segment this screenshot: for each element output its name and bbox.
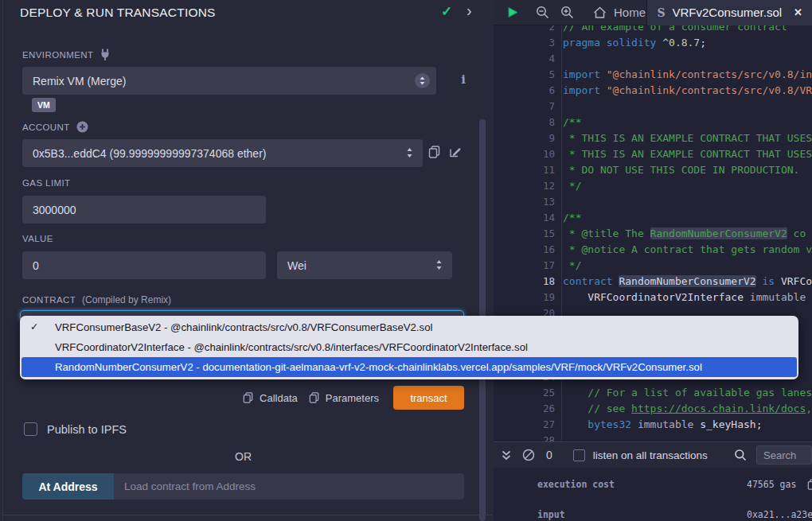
code-text: /**	[555, 115, 581, 130]
line-number: 17	[494, 258, 555, 274]
code-text: * DO NOT USE THIS CODE IN PRODUCTION.	[555, 162, 799, 178]
select-arrows-icon	[415, 73, 430, 88]
transact-button[interactable]: transact	[393, 386, 464, 410]
code-text: // see https://docs.chain.link/docs,	[555, 401, 812, 417]
select-arrows-icon	[406, 147, 413, 158]
panel-divider	[2, 515, 492, 515]
gas-limit-label: GAS LIMIT	[22, 178, 70, 188]
calldata-button[interactable]: Calldata	[243, 392, 298, 404]
environment-select[interactable]: Remix VM (Merge)	[22, 67, 436, 95]
line-number: 9	[494, 130, 555, 146]
panel-collapse-chevron-icon[interactable]: ›	[467, 2, 472, 20]
close-tab-icon[interactable]: ✕	[794, 6, 802, 18]
terminal-detail-row: input0xa21...a23e4	[537, 500, 812, 521]
copy-icon[interactable]	[807, 479, 812, 490]
vm-badge: VM	[32, 98, 56, 112]
code-text: * @title The RandomNumberConsumerV2 co	[555, 226, 806, 242]
code-line: 26 // see https://docs.chain.link/docs,	[494, 401, 812, 417]
line-number: 8	[494, 115, 555, 130]
code-text: */	[555, 178, 581, 194]
line-number: 16	[494, 242, 555, 258]
code-text: /**	[555, 210, 581, 226]
solidity-file-icon: S	[657, 6, 665, 19]
listen-all-transactions-checkbox[interactable]	[573, 449, 585, 461]
environment-value: Remix VM (Merge)	[33, 75, 126, 87]
compile-success-check-icon: ✓	[441, 3, 452, 20]
line-number: 27	[494, 417, 555, 433]
at-address-button[interactable]: At Address	[22, 473, 114, 500]
code-line: 9 * THIS IS AN EXAMPLE CONTRACT THAT USE…	[494, 130, 812, 146]
detail-value: 47565 gas	[747, 479, 812, 490]
tab-active-file[interactable]: S VRFv2Consumer.sol ✕	[646, 0, 812, 25]
account-label-row: ACCOUNT	[22, 121, 88, 133]
zoom-out-icon[interactable]	[536, 6, 549, 19]
code-line: 25 // For a list of available gas lanes	[494, 385, 812, 401]
code-line: 11 * DO NOT USE THIS CODE IN PRODUCTION.	[494, 162, 812, 178]
code-text: import "@chainlink/contracts/src/v0.8/in	[555, 67, 812, 83]
select-arrows-icon	[435, 259, 443, 270]
tab-home[interactable]: Home	[593, 6, 646, 19]
code-line: 15 * @title The RandomNumberConsumerV2 c…	[494, 226, 812, 242]
line-number: 28	[494, 433, 555, 441]
zoom-in-icon[interactable]	[560, 6, 574, 19]
code-text: bytes32 immutable s_keyHash;	[555, 417, 762, 433]
account-select[interactable]: 0x5B3...eddC4 (99.99999999997374068 ethe…	[22, 139, 423, 167]
edit-account-icon[interactable]	[449, 146, 462, 158]
terminal-collapse-icon[interactable]	[502, 450, 511, 461]
detail-label: input	[537, 509, 747, 520]
code-line: 18contract RandomNumberConsumerV2 is VRF…	[494, 274, 812, 290]
run-script-play-icon[interactable]	[508, 6, 518, 18]
deploy-run-panel: DEPLOY & RUN TRANSACTIONS ✓ › ENVIRONMEN…	[0, 0, 494, 521]
value-label: VALUE	[22, 234, 53, 243]
contract-option-label: VRFConsumerBaseV2 - @chainlink/contracts…	[55, 321, 432, 333]
line-number: 12	[494, 178, 555, 194]
deploy-actions-row: Calldata Parameters transact	[0, 386, 464, 410]
search-icon	[734, 449, 747, 461]
code-line: 28	[494, 433, 812, 441]
line-number: 13	[494, 194, 555, 210]
code-line: 12 */	[494, 178, 812, 194]
line-number: 14	[494, 210, 555, 226]
add-account-icon[interactable]	[76, 121, 88, 133]
home-icon	[593, 6, 607, 19]
line-number: 2	[494, 25, 555, 35]
line-number: 4	[494, 51, 555, 67]
transaction-count-badge: 0	[546, 449, 552, 461]
code-line: 19 VRFCoordinatorV2Interface immutable	[494, 290, 812, 305]
at-address-input[interactable]	[114, 473, 464, 500]
parameters-button[interactable]: Parameters	[309, 392, 379, 404]
code-line: 7	[494, 99, 812, 115]
panel-left-border	[2, 0, 3, 521]
gas-limit-input[interactable]	[22, 196, 266, 224]
copy-icon	[243, 392, 253, 403]
remix-ide: DEPLOY & RUN TRANSACTIONS ✓ › ENVIRONMEN…	[0, 0, 812, 521]
copy-account-icon[interactable]	[428, 146, 440, 158]
line-number: 6	[494, 83, 555, 99]
environment-info-icon[interactable]: i	[458, 72, 469, 87]
line-number: 18	[494, 274, 555, 290]
listen-all-transactions-label: listen on all transactions	[593, 449, 708, 461]
value-unit-select[interactable]: Wei	[277, 251, 452, 279]
code-text: // For a list of available gas lanes	[555, 385, 812, 401]
contract-sublabel: (Compiled by Remix)	[82, 294, 171, 305]
clear-console-ban-icon[interactable]	[522, 449, 535, 461]
account-value: 0x5B3...eddC4 (99.99999999997374068 ethe…	[33, 147, 266, 160]
line-number: 19	[494, 290, 555, 305]
terminal-search-input[interactable]	[756, 445, 812, 465]
line-number: 15	[494, 226, 555, 242]
code-text: * @notice A contract that gets random v	[555, 242, 812, 258]
value-input[interactable]	[22, 251, 266, 279]
publish-ipfs-checkbox[interactable]	[24, 422, 37, 436]
contract-option[interactable]: ✓VRFConsumerBaseV2 - @chainlink/contract…	[20, 317, 798, 337]
active-tab-label: VRFv2Consumer.sol	[673, 6, 783, 19]
contract-label-row: CONTRACT (Compiled by Remix)	[22, 294, 171, 305]
detail-label: execution cost	[537, 479, 747, 490]
code-text: pragma solidity ^0.8.7;	[555, 35, 706, 51]
contract-option[interactable]: RandomNumberConsumerV2 - documentation-g…	[21, 357, 797, 377]
environment-label: ENVIRONMENT	[22, 50, 93, 60]
code-text: */	[555, 258, 581, 274]
code-line: 8/**	[494, 115, 812, 130]
line-number: 3	[494, 35, 555, 51]
selected-check-icon: ✓	[30, 317, 38, 337]
contract-option[interactable]: VRFCoordinatorV2Interface - @chainlink/c…	[20, 337, 798, 357]
